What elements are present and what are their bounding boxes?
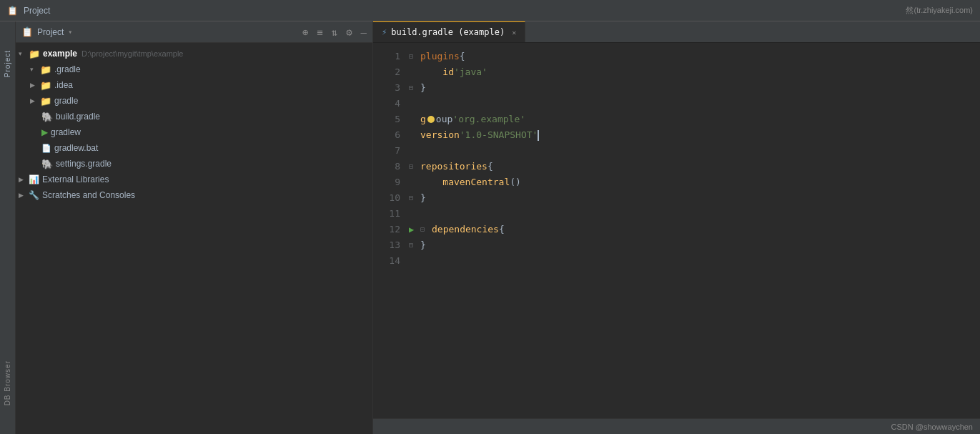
fold-marker-13[interactable]: ⊟ [409, 237, 417, 253]
project-label: Project [24, 6, 50, 16]
tree-item-path-example: D:\project\mygit\tmp\example [81, 49, 183, 58]
sort-icon[interactable]: ⇅ [332, 26, 337, 38]
barchart-icon-ext-libraries: 📊 [29, 174, 39, 184]
play-marker-12[interactable]: ▶ [409, 222, 417, 237]
code-line-10: ⊟ } [409, 190, 980, 206]
tree-item-gradlew[interactable]: ▶ gradlew [16, 124, 372, 140]
folder-icon-idea: 📁 [40, 80, 51, 91]
line-num-3: 3 [373, 80, 400, 96]
expand-arrow-example: ▾ [19, 50, 29, 57]
code-line-11 [409, 206, 980, 222]
tree-item-example-root[interactable]: ▾ 📁 example D:\project\mygit\tmp\example [16, 46, 372, 61]
code-brace-12: { [499, 222, 505, 237]
code-paren-9: () [510, 174, 521, 190]
expand-arrow-gradle-folder: ▾ [30, 66, 40, 73]
project-panel: 📋 Project ▾ ⊕ ≡ ⇅ ⚙ — ▾ 📁 exam [16, 21, 373, 434]
code-line-7 [409, 143, 980, 159]
tree-item-build-gradle[interactable]: 🐘 build.gradle [16, 109, 372, 124]
folder-icon-gradle-subdir: 📁 [40, 96, 51, 107]
code-id-fn: id [442, 64, 454, 80]
project-panel-header: 📋 Project ▾ ⊕ ≡ ⇅ ⚙ — [16, 21, 372, 43]
code-line-9: mavenCentral () [409, 174, 980, 190]
tree-item-label-ext-libraries: External Libraries [42, 174, 109, 184]
code-empty-14 [420, 253, 426, 269]
fold-marker-8[interactable]: ⊟ [409, 159, 417, 174]
code-fn-g: g [420, 112, 426, 127]
expand-arrow-scratches: ▶ [19, 192, 29, 199]
minimize-icon[interactable]: — [361, 26, 367, 38]
line-numbers: 1 2 3 4 5 6 7 8 9 10 11 12 13 14 [373, 49, 409, 413]
code-editor[interactable]: ⊟ plugins { id 'java' ⊟ [409, 49, 980, 413]
tab-icon-build-gradle: ⚡ [382, 27, 387, 37]
code-empty-7 [420, 143, 426, 159]
locate-icon[interactable]: ⊕ [302, 26, 308, 38]
tree-item-label-build-gradle: build.gradle [56, 112, 100, 122]
title-watermark: 然(tr.zhiyakeji.com) [906, 5, 973, 16]
code-line-2: id 'java' [409, 64, 980, 80]
code-str-version: '1.0-SNAPSHOT' [460, 127, 538, 143]
code-line-1: ⊟ plugins { [409, 49, 980, 64]
scratch-icon: 🔧 [29, 190, 39, 200]
db-browser-label[interactable]: DB Browser [4, 360, 11, 405]
tab-bar: ⚡ build.gradle (example) ✕ [373, 21, 980, 43]
exec-icon-gradlew: ▶ [41, 127, 48, 137]
line-num-2: 2 [373, 64, 400, 80]
tab-build-gradle[interactable]: ⚡ build.gradle (example) ✕ [373, 21, 525, 42]
panel-title: Project [37, 27, 64, 37]
code-keyword-plugins: plugins [420, 49, 460, 64]
fold-marker-10[interactable]: ⊟ [409, 190, 417, 206]
code-str-org: 'org.example' [452, 112, 525, 127]
editor-content: 1 2 3 4 5 6 7 8 9 10 11 12 13 14 [373, 43, 980, 418]
bottom-status-bar: CSDN @showwaychen [373, 418, 980, 434]
tree-item-idea-folder[interactable]: ▶ 📁 .idea [16, 77, 372, 93]
collapse-all-icon[interactable]: ≡ [317, 26, 322, 38]
fold-marker-12[interactable]: ⊟ [420, 222, 429, 237]
code-line-6: version '1.0-SNAPSHOT' [409, 127, 980, 143]
expand-arrow-gradle-subdir: ▶ [30, 97, 40, 104]
project-tree: ▾ 📁 example D:\project\mygit\tmp\example… [16, 43, 372, 434]
line-num-14: 14 [373, 253, 400, 269]
tree-item-gradle-folder[interactable]: ▾ 📁 .gradle [16, 61, 372, 77]
tree-item-label-gradlew: gradlew [51, 127, 81, 137]
tab-close-icon[interactable]: ✕ [512, 29, 516, 36]
tree-item-label-gradlew-bat: gradlew.bat [54, 143, 98, 153]
text-cursor [538, 130, 539, 141]
chevron-down-icon[interactable]: ▾ [68, 28, 72, 36]
code-brace-close-13: } [420, 237, 426, 253]
line-num-5: 5 [373, 112, 400, 127]
code-str-java: 'java' [454, 64, 487, 80]
code-brace-8: { [487, 159, 493, 174]
code-fn-maven: mavenCentral [442, 174, 510, 190]
code-line-14 [409, 253, 980, 269]
code-group-bulb [427, 116, 435, 123]
code-indent-2 [420, 64, 442, 80]
project-sidebar-label[interactable]: Project [4, 50, 11, 77]
code-fn-repositories: repositories [420, 159, 487, 174]
line-num-8: 8 [373, 159, 400, 174]
tree-item-settings-gradle[interactable]: 🐘 settings.gradle [16, 156, 372, 172]
settings-icon[interactable]: ⚙ [346, 26, 352, 38]
tree-item-gradle-subdir[interactable]: ▶ 📁 gradle [16, 93, 372, 109]
main-layout: Project DB Browser 📋 Project ▾ ⊕ ≡ ⇅ ⚙ — [0, 21, 980, 434]
panel-toolbar: ⊕ ≡ ⇅ ⚙ — [302, 26, 367, 38]
bottom-watermark: CSDN @showwaychen [891, 423, 974, 431]
editor-area: ⚡ build.gradle (example) ✕ 1 2 3 4 5 6 7… [373, 21, 980, 434]
code-empty-4 [420, 96, 426, 112]
tree-item-label-settings-gradle: settings.gradle [56, 159, 112, 169]
fold-marker-1[interactable]: ⊟ [409, 49, 417, 64]
tree-item-label-gradle-subdir: gradle [54, 96, 78, 106]
tree-item-gradlew-bat[interactable]: 📄 gradlew.bat [16, 140, 372, 156]
folder-icon-gradle: 📁 [40, 64, 51, 75]
window-icon: 📋 [7, 6, 18, 16]
tree-item-label-gradle-folder: .gradle [54, 64, 81, 74]
fold-marker-3[interactable]: ⊟ [409, 80, 417, 96]
code-indent-9 [420, 174, 442, 190]
tree-item-label-scratches: Scratches and Consoles [42, 190, 135, 200]
tree-item-ext-libraries[interactable]: ▶ 📊 External Libraries [16, 172, 372, 187]
code-brace-1: { [460, 49, 465, 64]
gradle-file-icon-settings: 🐘 [41, 159, 53, 169]
expand-arrow-idea-folder: ▶ [30, 82, 40, 89]
tree-item-scratches[interactable]: ▶ 🔧 Scratches and Consoles [16, 187, 372, 203]
code-line-3: ⊟ } [409, 80, 980, 96]
code-fn-dependencies: dependencies [432, 222, 499, 237]
